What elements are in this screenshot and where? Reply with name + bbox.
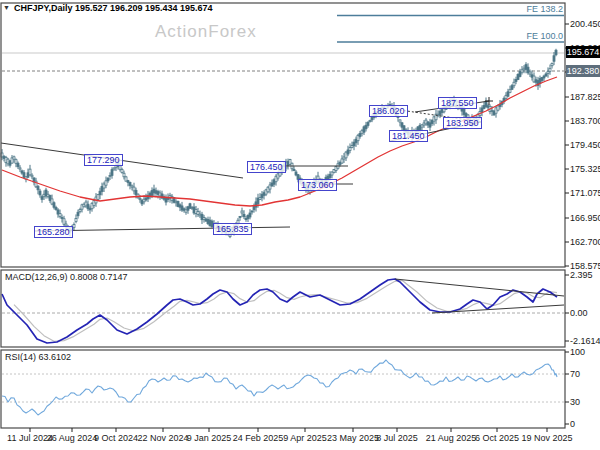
macd-axis-tick: -2.1614: [570, 336, 600, 346]
macd-indicator-label: MACD(12,26,9) 0.8008 0.7147: [5, 272, 128, 282]
date-axis-label: 21 Aug 2025: [426, 433, 477, 443]
rsi-axis-tick: 0: [570, 419, 575, 429]
price-axis-tick: 171.075: [570, 188, 600, 198]
rsi-axis-tick: 30: [570, 397, 580, 407]
date-axis-label: 6 Oct 2025: [475, 433, 519, 443]
price-axis-tick: 200.450: [570, 19, 600, 29]
pivot-price-annotation[interactable]: 165.280: [34, 226, 73, 238]
pivot-price-annotation[interactable]: 165.835: [213, 223, 252, 235]
price-axis-tick: 187.825: [570, 92, 600, 102]
date-axis-label: 9 Apr 2025: [283, 433, 327, 443]
macd-axis-tick: 0.00: [570, 308, 588, 318]
secondary-price-tag: 192.380: [566, 65, 600, 77]
rsi-axis-tick: 70: [570, 369, 580, 379]
fib-extension-label-138[interactable]: FE 138.2: [526, 4, 563, 14]
pivot-price-annotation[interactable]: 173.060: [298, 179, 337, 191]
date-axis-label: 9 Oct 2024: [94, 433, 138, 443]
date-axis-label: 23 May 2025: [327, 433, 379, 443]
current-price-tag: 195.674: [566, 46, 600, 58]
date-axis-label: 9 Jan 2025: [187, 433, 232, 443]
chart-title-bar: ▼CHFJPY,Daily 195.527 196.209 195.434 19…: [3, 3, 213, 13]
pivot-price-annotation[interactable]: 187.550: [438, 97, 477, 109]
price-axis-tick: 183.700: [570, 116, 600, 126]
fib-extension-label-100[interactable]: FE 100.0: [526, 31, 563, 41]
price-axis-tick: 179.450: [570, 140, 600, 150]
pivot-price-annotation[interactable]: 186.020: [369, 105, 408, 117]
price-axis-tick: 175.325: [570, 164, 600, 174]
macd-axis-tick: 2.395: [570, 270, 593, 280]
date-axis-label: 26 Aug 2024: [47, 433, 98, 443]
rsi-indicator-label: RSI(14) 63.6102: [5, 352, 71, 362]
date-axis-label: 24 Feb 2025: [233, 433, 284, 443]
pivot-price-annotation[interactable]: 181.450: [389, 130, 428, 142]
watermark-actionforex: ActionForex: [155, 22, 257, 42]
price-axis-tick: 166.950: [570, 213, 600, 223]
date-axis-label: 19 Nov 2025: [521, 433, 572, 443]
symbol-ohlc-title: CHFJPY,Daily 195.527 196.209 195.434 195…: [14, 3, 213, 13]
pivot-price-annotation[interactable]: 177.290: [84, 154, 123, 166]
pivot-price-annotation[interactable]: 176.450: [247, 161, 286, 173]
pivot-price-annotation[interactable]: 183.950: [443, 117, 482, 129]
price-axis-tick: 162.700: [570, 237, 600, 247]
date-axis-label: 8 Jul 2025: [376, 433, 418, 443]
collapse-indicator-icon[interactable]: ▼: [3, 4, 10, 11]
date-axis-label: 22 Nov 2024: [137, 433, 188, 443]
rsi-axis-tick: 100: [570, 347, 585, 357]
chart-window: ▼CHFJPY,Daily 195.527 196.209 195.434 19…: [0, 0, 600, 450]
chart-canvas[interactable]: [0, 0, 600, 450]
